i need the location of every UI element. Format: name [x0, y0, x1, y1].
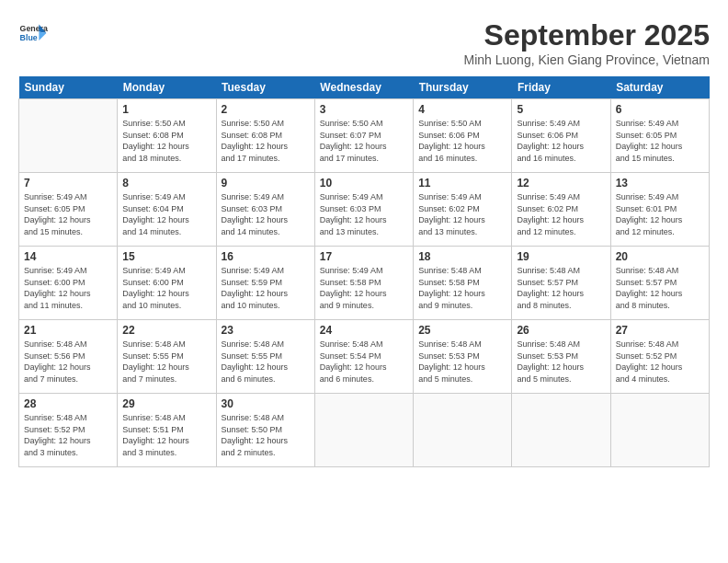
day-info: Sunrise: 5:49 AM Sunset: 6:01 PM Dayligh… [616, 191, 704, 237]
day-number: 9 [222, 177, 310, 190]
calendar-cell: 10Sunrise: 5:49 AM Sunset: 6:03 PM Dayli… [314, 173, 413, 247]
calendar-cell [512, 394, 610, 467]
day-number: 3 [320, 103, 408, 116]
logo: General Blue [18, 18, 48, 48]
day-info: Sunrise: 5:49 AM Sunset: 6:02 PM Dayligh… [418, 191, 506, 237]
calendar-cell: 23Sunrise: 5:48 AM Sunset: 5:55 PM Dayli… [216, 320, 314, 394]
day-number: 14 [24, 250, 112, 263]
day-number: 21 [24, 324, 112, 337]
day-number: 20 [616, 250, 704, 263]
day-number: 19 [517, 250, 605, 263]
day-info: Sunrise: 5:49 AM Sunset: 6:05 PM Dayligh… [24, 191, 112, 237]
day-info: Sunrise: 5:48 AM Sunset: 5:52 PM Dayligh… [616, 339, 704, 385]
day-info: Sunrise: 5:50 AM Sunset: 6:08 PM Dayligh… [222, 118, 310, 164]
day-number: 11 [418, 177, 506, 190]
calendar-cell: 7Sunrise: 5:49 AM Sunset: 6:05 PM Daylig… [19, 173, 118, 247]
calendar-cell: 22Sunrise: 5:48 AM Sunset: 5:55 PM Dayli… [118, 320, 216, 394]
day-header-monday: Monday [118, 76, 216, 99]
day-number: 25 [418, 324, 506, 337]
day-info: Sunrise: 5:50 AM Sunset: 6:07 PM Dayligh… [320, 118, 408, 164]
day-info: Sunrise: 5:48 AM Sunset: 5:55 PM Dayligh… [122, 339, 210, 385]
day-number: 2 [222, 103, 310, 116]
day-number: 7 [24, 177, 112, 190]
day-info: Sunrise: 5:49 AM Sunset: 5:59 PM Dayligh… [222, 265, 310, 311]
week-row-5: 28Sunrise: 5:48 AM Sunset: 5:52 PM Dayli… [19, 394, 710, 467]
day-info: Sunrise: 5:48 AM Sunset: 5:57 PM Dayligh… [616, 265, 704, 311]
day-info: Sunrise: 5:48 AM Sunset: 5:56 PM Dayligh… [24, 339, 112, 385]
calendar-cell: 28Sunrise: 5:48 AM Sunset: 5:52 PM Dayli… [19, 394, 118, 467]
day-number: 6 [616, 103, 704, 116]
day-number: 18 [418, 250, 506, 263]
calendar-cell: 3Sunrise: 5:50 AM Sunset: 6:07 PM Daylig… [314, 99, 413, 173]
day-number: 16 [222, 250, 310, 263]
day-header-wednesday: Wednesday [314, 76, 413, 99]
calendar-cell: 18Sunrise: 5:48 AM Sunset: 5:58 PM Dayli… [414, 247, 512, 320]
day-number: 23 [222, 324, 310, 337]
calendar-cell: 21Sunrise: 5:48 AM Sunset: 5:56 PM Dayli… [19, 320, 118, 394]
calendar-cell [19, 99, 118, 173]
calendar-cell: 9Sunrise: 5:49 AM Sunset: 6:03 PM Daylig… [216, 173, 314, 247]
calendar-cell: 5Sunrise: 5:49 AM Sunset: 6:06 PM Daylig… [512, 99, 610, 173]
day-info: Sunrise: 5:48 AM Sunset: 5:51 PM Dayligh… [122, 412, 210, 458]
week-row-3: 14Sunrise: 5:49 AM Sunset: 6:00 PM Dayli… [19, 247, 710, 320]
calendar-cell [414, 394, 512, 467]
calendar-header-row: SundayMondayTuesdayWednesdayThursdayFrid… [19, 76, 710, 99]
week-row-4: 21Sunrise: 5:48 AM Sunset: 5:56 PM Dayli… [19, 320, 710, 394]
calendar-table: SundayMondayTuesdayWednesdayThursdayFrid… [18, 76, 710, 467]
calendar-cell: 16Sunrise: 5:49 AM Sunset: 5:59 PM Dayli… [216, 247, 314, 320]
calendar-cell: 17Sunrise: 5:49 AM Sunset: 5:58 PM Dayli… [314, 247, 413, 320]
week-row-1: 1Sunrise: 5:50 AM Sunset: 6:08 PM Daylig… [19, 99, 710, 173]
day-number: 12 [517, 177, 605, 190]
calendar-cell [314, 394, 413, 467]
day-number: 8 [122, 177, 210, 190]
calendar-cell: 8Sunrise: 5:49 AM Sunset: 6:04 PM Daylig… [118, 173, 216, 247]
calendar-cell: 29Sunrise: 5:48 AM Sunset: 5:51 PM Dayli… [118, 394, 216, 467]
day-info: Sunrise: 5:49 AM Sunset: 6:03 PM Dayligh… [320, 191, 408, 237]
day-number: 1 [122, 103, 210, 116]
page-header: General Blue September 2025 Minh Luong, … [18, 18, 710, 67]
day-info: Sunrise: 5:50 AM Sunset: 6:06 PM Dayligh… [418, 118, 506, 164]
calendar-cell: 12Sunrise: 5:49 AM Sunset: 6:02 PM Dayli… [512, 173, 610, 247]
day-number: 10 [320, 177, 408, 190]
calendar-cell: 13Sunrise: 5:49 AM Sunset: 6:01 PM Dayli… [610, 173, 709, 247]
calendar-cell: 20Sunrise: 5:48 AM Sunset: 5:57 PM Dayli… [610, 247, 709, 320]
calendar-cell: 15Sunrise: 5:49 AM Sunset: 6:00 PM Dayli… [118, 247, 216, 320]
day-number: 24 [320, 324, 408, 337]
week-row-2: 7Sunrise: 5:49 AM Sunset: 6:05 PM Daylig… [19, 173, 710, 247]
svg-text:Blue: Blue [20, 33, 38, 42]
day-info: Sunrise: 5:48 AM Sunset: 5:57 PM Dayligh… [517, 265, 605, 311]
calendar-cell: 26Sunrise: 5:48 AM Sunset: 5:53 PM Dayli… [512, 320, 610, 394]
day-number: 26 [517, 324, 605, 337]
day-header-saturday: Saturday [610, 76, 709, 99]
day-info: Sunrise: 5:50 AM Sunset: 6:08 PM Dayligh… [122, 118, 210, 164]
calendar-cell: 30Sunrise: 5:48 AM Sunset: 5:50 PM Dayli… [216, 394, 314, 467]
day-number: 29 [122, 397, 210, 410]
day-number: 5 [517, 103, 605, 116]
day-header-thursday: Thursday [414, 76, 512, 99]
day-info: Sunrise: 5:48 AM Sunset: 5:52 PM Dayligh… [24, 412, 112, 458]
calendar-cell: 24Sunrise: 5:48 AM Sunset: 5:54 PM Dayli… [314, 320, 413, 394]
calendar-cell: 11Sunrise: 5:49 AM Sunset: 6:02 PM Dayli… [414, 173, 512, 247]
day-info: Sunrise: 5:49 AM Sunset: 6:05 PM Dayligh… [616, 118, 704, 164]
calendar-cell: 14Sunrise: 5:49 AM Sunset: 6:00 PM Dayli… [19, 247, 118, 320]
day-number: 30 [222, 397, 310, 410]
day-info: Sunrise: 5:48 AM Sunset: 5:54 PM Dayligh… [320, 339, 408, 385]
day-info: Sunrise: 5:48 AM Sunset: 5:50 PM Dayligh… [222, 412, 310, 458]
day-header-tuesday: Tuesday [216, 76, 314, 99]
logo-icon: General Blue [18, 18, 48, 48]
calendar-cell [610, 394, 709, 467]
day-info: Sunrise: 5:49 AM Sunset: 6:06 PM Dayligh… [517, 118, 605, 164]
day-number: 17 [320, 250, 408, 263]
day-number: 22 [122, 324, 210, 337]
day-number: 4 [418, 103, 506, 116]
calendar-cell: 1Sunrise: 5:50 AM Sunset: 6:08 PM Daylig… [118, 99, 216, 173]
day-info: Sunrise: 5:49 AM Sunset: 6:00 PM Dayligh… [24, 265, 112, 311]
day-header-sunday: Sunday [19, 76, 118, 99]
day-number: 13 [616, 177, 704, 190]
day-info: Sunrise: 5:49 AM Sunset: 6:04 PM Dayligh… [122, 191, 210, 237]
day-number: 28 [24, 397, 112, 410]
day-info: Sunrise: 5:48 AM Sunset: 5:55 PM Dayligh… [222, 339, 310, 385]
day-info: Sunrise: 5:49 AM Sunset: 6:02 PM Dayligh… [517, 191, 605, 237]
calendar-cell: 4Sunrise: 5:50 AM Sunset: 6:06 PM Daylig… [414, 99, 512, 173]
calendar-cell: 27Sunrise: 5:48 AM Sunset: 5:52 PM Dayli… [610, 320, 709, 394]
